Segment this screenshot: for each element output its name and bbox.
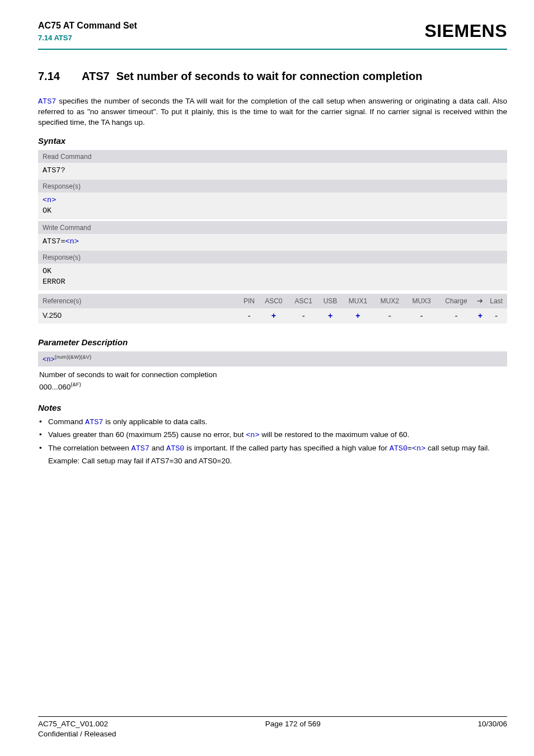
note3-b: and <box>149 444 166 452</box>
write-response-label: Response(s) <box>38 251 507 264</box>
section-number: 7.14 <box>38 69 82 84</box>
read-response-label: Response(s) <box>38 180 507 192</box>
ref-val-asc1: - <box>302 311 305 320</box>
param-range-sup: (&F) <box>71 381 81 387</box>
write-command-label: Write Command <box>38 221 507 234</box>
note3-e: call setup may fail. <box>425 444 490 452</box>
note3-param-link[interactable]: <n> <box>412 444 425 453</box>
ref-value: V.250 <box>38 308 240 323</box>
note1-cmd-link[interactable]: ATS7 <box>85 418 103 426</box>
section-command: ATS7 <box>82 70 110 82</box>
section-title-text: Set number of seconds to wait for connec… <box>116 70 423 82</box>
header-divider <box>38 49 507 50</box>
note-item-3: The correlation between ATS7 and ATS0 is… <box>38 443 507 454</box>
doc-subtitle: 7.14 ATS7 <box>38 33 137 43</box>
note1-b: is only applicable to data calls. <box>103 417 207 426</box>
param-desc-heading: Parameter Description <box>38 337 507 348</box>
note3-cmd3-link[interactable]: ATS0 <box>390 444 407 453</box>
syntax-heading: Syntax <box>38 135 507 147</box>
note-item-1: Command ATS7 is only applicable to data … <box>38 417 507 428</box>
read-response-ok: OK <box>43 206 51 215</box>
page-header: AC75 AT Command Set 7.14 ATS7 SIEMENS <box>38 19 507 43</box>
note2-a: Values greater than 60 (maximum 255) cau… <box>48 430 246 439</box>
param-name-box: <n>(num)(&W)(&V) <box>38 351 507 367</box>
syntax-read-block: Read Command ATS7? Response(s) <n> OK <box>38 150 507 221</box>
write-command-param: <n> <box>65 237 79 246</box>
ref-col-charge: Charge <box>437 294 475 308</box>
notes-heading: Notes <box>38 402 507 414</box>
ref-val-pin: - <box>248 311 251 320</box>
footer-center: Page 172 of 569 <box>265 719 321 729</box>
note3-example: Example: Call setup may fail if ATS7=30 … <box>38 456 507 466</box>
write-response-error: ERROR <box>43 278 65 286</box>
note-item-2: Values greater than 60 (maximum 255) cau… <box>38 430 507 440</box>
intro-cmd-link[interactable]: ATS7 <box>38 97 56 106</box>
intro-text: specifies the number of seconds the TA w… <box>38 97 507 126</box>
param-range: 000...060(&F) <box>39 381 507 392</box>
syntax-write-block: Write Command ATS7=<n> Response(s) OK ER… <box>38 221 507 292</box>
ref-val-asc0: + <box>271 311 276 320</box>
ref-col-mux2: MUX2 <box>374 294 406 308</box>
ref-col-plane: ➜ <box>475 294 486 308</box>
ref-val-mux3: - <box>420 311 423 320</box>
section-heading: 7.14 ATS7Set number of seconds to wait f… <box>38 69 507 84</box>
param-name: <n> <box>43 356 55 364</box>
note2-b: will be restored to the maximum value of… <box>260 430 410 439</box>
ref-val-mux2: - <box>388 311 391 320</box>
read-command-value: ATS7? <box>43 166 65 175</box>
param-description: Number of seconds to wait for connection… <box>39 370 507 380</box>
note1-a: Command <box>48 417 85 426</box>
ref-val-plane: + <box>478 311 483 320</box>
doc-title: AC75 AT Command Set <box>38 20 137 32</box>
read-command-label: Read Command <box>38 150 507 163</box>
reference-matrix: Reference(s) PIN ASC0 ASC1 USB MUX1 MUX2… <box>38 294 507 323</box>
ref-label: Reference(s) <box>38 294 240 308</box>
ref-col-asc1: ASC1 <box>289 294 318 308</box>
note3-cmd2-link[interactable]: ATS0 <box>166 444 184 453</box>
page-footer: AC75_ATC_V01.002 Page 172 of 569 10/30/0… <box>38 716 507 739</box>
ref-val-last: - <box>495 311 498 320</box>
note3-d: = <box>407 444 412 452</box>
ref-val-usb: + <box>328 311 332 320</box>
ref-val-mux1: + <box>355 311 360 320</box>
intro-paragraph: ATS7 specifies the number of seconds the… <box>38 96 507 128</box>
ref-val-charge: - <box>455 311 458 320</box>
note3-c: is important. If the called party has sp… <box>184 444 389 452</box>
ref-col-mux3: MUX3 <box>406 294 438 308</box>
airplane-icon: ➜ <box>477 297 483 305</box>
ref-col-last: Last <box>485 294 507 308</box>
ref-col-mux1: MUX1 <box>342 294 374 308</box>
ref-col-usb: USB <box>318 294 342 308</box>
note3-cmd1-link[interactable]: ATS7 <box>132 444 149 453</box>
notes-list: Command ATS7 is only applicable to data … <box>38 417 507 454</box>
note3-a: The correlation between <box>48 444 132 452</box>
footer-left2: Confidential / Released <box>38 729 507 739</box>
brand-logo: SIEMENS <box>424 19 507 43</box>
footer-right: 10/30/06 <box>477 719 507 729</box>
ref-col-pin: PIN <box>240 294 259 308</box>
note2-param-link[interactable]: <n> <box>246 431 259 439</box>
ref-col-asc0: ASC0 <box>259 294 288 308</box>
write-response-ok: OK <box>43 267 51 275</box>
write-command-prefix: ATS7= <box>43 237 65 246</box>
footer-left: AC75_ATC_V01.002 <box>38 719 108 729</box>
footer-divider <box>38 716 507 717</box>
param-range-value: 000...060 <box>39 383 71 391</box>
param-name-sup: (num)(&W)(&V) <box>55 354 91 360</box>
read-response-n: <n> <box>43 196 56 204</box>
